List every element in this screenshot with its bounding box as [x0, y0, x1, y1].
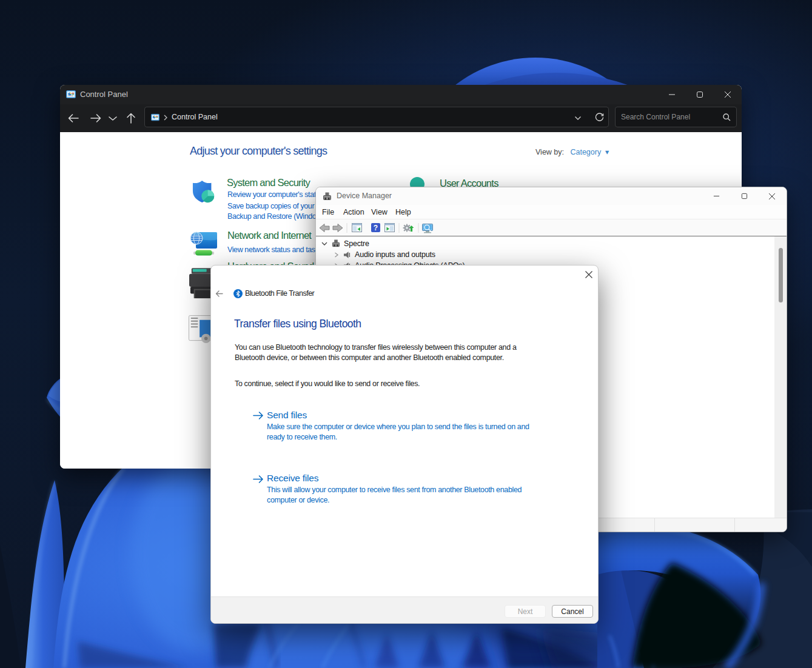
svg-text:?: ?: [374, 224, 378, 232]
